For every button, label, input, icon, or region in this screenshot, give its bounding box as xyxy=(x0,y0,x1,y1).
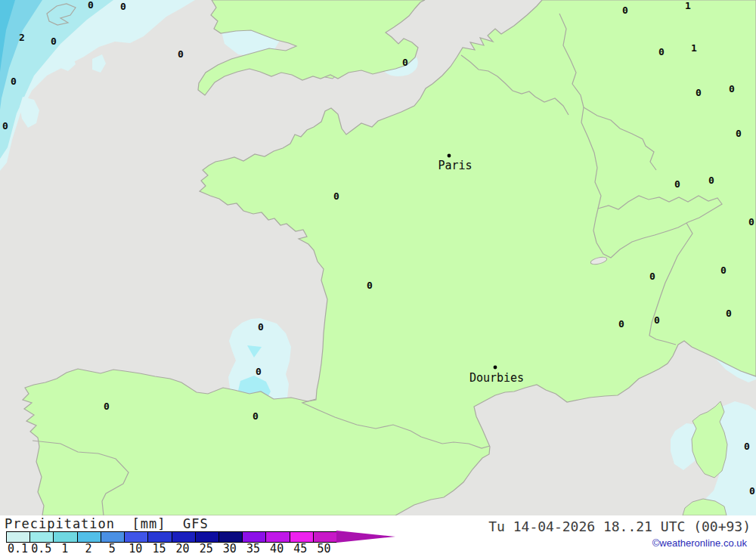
precip-value-label: 0 xyxy=(748,216,754,227)
precip-value-label: 0 xyxy=(256,366,262,377)
precip-value-label: 0 xyxy=(618,318,624,330)
precip-value-label: 0 xyxy=(736,128,742,139)
map-canvas: ParisDourbies 20000000000000010100000000… xyxy=(0,0,756,515)
weather-map-screenshot: ParisDourbies 20000000000000010100000000… xyxy=(0,0,756,554)
precip-value-label: 0 xyxy=(104,401,110,412)
legend-scale-values: 0.10.5125101520253035404550 xyxy=(0,542,393,554)
legend-cell-1 xyxy=(54,532,77,542)
legend-cell-0.1 xyxy=(7,532,30,542)
precip-value-label: 0 xyxy=(51,36,57,47)
legend-cell-10 xyxy=(125,532,148,542)
precip-value-label: 0 xyxy=(178,48,184,60)
city-label-paris: Paris xyxy=(438,159,472,172)
legend-panel: Precipitation [mm] GFS 0.10.512510152025… xyxy=(0,515,756,554)
legend-cell-50 xyxy=(314,532,336,542)
legend-arrow xyxy=(336,531,395,543)
precip-value-label: 0 xyxy=(674,178,680,190)
copyright-notice: ©weatheronline.co.uk xyxy=(652,537,747,549)
precip-value-label: 0 xyxy=(402,57,408,68)
city-label-dourbies: Dourbies xyxy=(469,371,524,385)
precip-value-label: 0 xyxy=(658,46,665,57)
legend-colorbar xyxy=(6,531,337,543)
legend-cell-0.5 xyxy=(30,532,54,542)
precip-value-label: 0 xyxy=(749,485,755,497)
legend-cell-2 xyxy=(78,532,101,542)
precip-value-label: 0 xyxy=(708,175,714,186)
precip-value-label: 0 xyxy=(367,280,373,291)
legend-cell-15 xyxy=(148,532,172,542)
legend-cell-25 xyxy=(196,532,219,542)
legend-cell-40 xyxy=(266,532,290,542)
precip-value-label: 0 xyxy=(120,1,126,12)
precip-value-label: 0 xyxy=(11,76,17,87)
precip-value-label: 0 xyxy=(654,314,660,326)
precip-value-label: 1 xyxy=(685,0,691,11)
precip-value-label: 0 xyxy=(622,5,628,16)
precipitation-map: ParisDourbies 20000000000000010100000000… xyxy=(0,0,756,515)
precip-value-label: 0 xyxy=(2,120,8,132)
precip-value-label: 0 xyxy=(88,0,94,11)
legend-value: 50 xyxy=(307,542,340,554)
legend-cell-45 xyxy=(290,532,314,542)
legend-cell-5 xyxy=(101,532,125,542)
precip-value-label: 0 xyxy=(333,190,339,202)
product-title: Precipitation [mm] GFS xyxy=(5,516,209,531)
legend-cell-30 xyxy=(219,532,243,542)
city-marker-paris xyxy=(448,154,451,158)
precip-value-label: 0 xyxy=(649,271,655,282)
precip-value-label: 0 xyxy=(744,441,750,452)
precip-value-label: 0 xyxy=(729,83,735,94)
precip-value-label: 0 xyxy=(696,87,702,98)
legend-cell-35 xyxy=(243,532,266,542)
city-marker-dourbies xyxy=(494,366,497,370)
precip-value-label: 2 xyxy=(19,32,25,43)
precip-value-label: 1 xyxy=(691,42,697,54)
legend-cell-20 xyxy=(172,532,196,542)
precip-value-label: 0 xyxy=(726,308,732,319)
precip-value-label: 0 xyxy=(720,265,727,276)
forecast-timestamp: Tu 14-04-2026 18..21 UTC (00+93) xyxy=(488,518,751,534)
precip-value-label: 0 xyxy=(253,410,259,422)
precip-value-label: 0 xyxy=(258,321,264,333)
